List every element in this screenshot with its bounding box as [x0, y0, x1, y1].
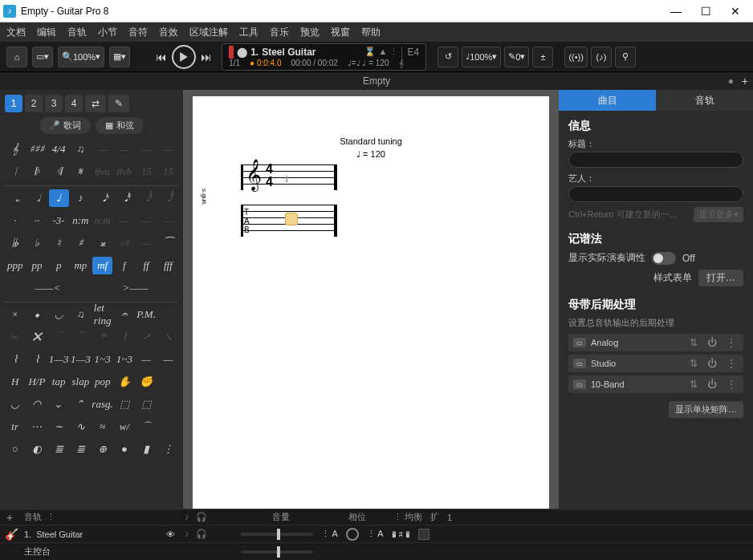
repeat-icon[interactable]: 𝄆 — [26, 163, 47, 181]
menu-bar[interactable]: 小节 — [98, 26, 117, 39]
master-row[interactable]: 主控台 — [0, 542, 753, 560]
coda-icon[interactable]: 𝄋 — [71, 163, 91, 181]
dot-icon[interactable]: · — [5, 212, 25, 229]
speed-button[interactable]: ♩ 100% ▾ — [462, 47, 501, 67]
clef-icon[interactable]: 𝄞 — [5, 140, 25, 158]
sharp-icon[interactable]: ♯ — [71, 234, 91, 252]
fx-updown-icon[interactable]: ⇅ — [687, 337, 700, 348]
fx-row-analog[interactable]: ▭ Analog ⇅ ⏻ ⋮ — [568, 334, 743, 351]
natural-icon[interactable]: ♮ — [49, 234, 69, 252]
octave-icon[interactable]: 8va — [92, 163, 112, 181]
menu-section[interactable]: 区域注解 — [189, 26, 228, 39]
volume-slider[interactable] — [241, 533, 313, 536]
menu-help[interactable]: 帮助 — [361, 26, 381, 39]
insert-slot[interactable] — [418, 529, 429, 540]
multivoice-button[interactable]: ⇄ — [85, 95, 106, 112]
add-track-button[interactable]: + — [0, 511, 19, 524]
swing-icon[interactable]: ♫ — [71, 140, 91, 158]
tie-icon[interactable]: ⁀ — [158, 234, 178, 252]
track-info[interactable]: ⬤ 1. Steel Guitar ⌛ ▲ ⋮ E4 1/1 ● 0:0:4.0… — [222, 43, 426, 71]
menu-view[interactable]: 预览 — [300, 26, 320, 39]
palm-icon[interactable]: ✋ — [114, 373, 134, 391]
mf-icon[interactable]: mf — [92, 257, 112, 274]
menu-sound[interactable]: 音乐 — [270, 26, 289, 39]
edit-cursor[interactable] — [285, 213, 298, 225]
sixteenth-note-icon[interactable]: 𝅘𝅥𝅯 — [92, 189, 112, 207]
pp-icon[interactable]: pp — [26, 257, 47, 274]
timesig-icon[interactable]: 4/4 — [49, 140, 69, 158]
ff-icon[interactable]: ff — [136, 257, 157, 274]
linein-button[interactable]: ⚲ — [615, 47, 636, 67]
double-flat-icon[interactable]: 𝄫 — [5, 234, 25, 252]
f-icon[interactable]: f — [114, 257, 134, 274]
quarter-note-icon[interactable]: ♩ — [49, 189, 69, 207]
standard-staff[interactable]: 𝄞 44 𝄽 — [241, 164, 525, 190]
mp-icon[interactable]: mp — [71, 257, 91, 274]
visibility-icon[interactable]: 👁 — [166, 530, 175, 539]
next-button[interactable]: ⏭ — [201, 51, 212, 63]
menu-file[interactable]: 文档 — [6, 26, 26, 39]
pan-knob[interactable] — [346, 528, 359, 541]
ppp-icon[interactable]: ppp — [5, 257, 25, 274]
play-button[interactable] — [172, 45, 196, 69]
auto-pan[interactable]: ⋮ A — [367, 529, 384, 539]
score-view[interactable]: Standard tuning ♩ = 120 s.guit. 𝄞 44 𝄽 T… — [183, 90, 559, 528]
tab-track[interactable]: 音轨 — [656, 90, 753, 111]
eq-button[interactable]: �ន� — [392, 530, 410, 539]
auto-vol[interactable]: ⋮ A — [321, 529, 338, 539]
design-mode-button[interactable]: ✎ — [108, 95, 129, 112]
chords-button[interactable]: ▦ 和弦 — [96, 117, 144, 134]
tuner-button[interactable]: ((•)) — [564, 47, 588, 67]
artist-input[interactable] — [568, 186, 743, 202]
menu-track[interactable]: 音轨 — [67, 26, 87, 39]
sharps-icon[interactable]: ♯♯♯ — [26, 140, 47, 158]
fx-menu-icon[interactable]: ⋮ — [724, 337, 739, 348]
lyrics-button[interactable]: 🎤 歌词 — [39, 117, 91, 134]
menu-window[interactable]: 视窗 — [331, 26, 350, 39]
crescendo-icon[interactable]: ——< — [5, 279, 91, 297]
menu-note[interactable]: 音符 — [128, 26, 148, 39]
fx-power-icon[interactable]: ⏻ — [705, 337, 719, 348]
voice-1-button[interactable]: 1 — [5, 95, 22, 112]
pop-icon[interactable]: pop — [92, 373, 112, 391]
half-note-icon[interactable]: 𝅗𝅥 — [26, 189, 47, 207]
minimize-button[interactable]: — — [670, 5, 682, 18]
open-style-button[interactable]: 打开… — [698, 270, 743, 286]
master-volume-slider[interactable] — [241, 550, 313, 554]
rasg-icon[interactable]: rasg. — [92, 396, 112, 413]
fx-row-10band[interactable]: ▭ 10-Band ⇅⏻⋮ — [568, 375, 743, 393]
metronome-button[interactable]: (♪) — [591, 47, 612, 67]
close-button[interactable]: ✕ — [731, 5, 740, 18]
barline-icon[interactable]: 𝄀 — [5, 163, 25, 181]
show-more-button[interactable]: 显示更多▾ — [694, 207, 743, 222]
track-row-1[interactable]: 🎸 1. Steel Guitar 👁 ♪🎧 ⋮ A ⋮ A �ន� — [0, 525, 753, 542]
tuplet-icon[interactable]: -3- — [49, 212, 69, 229]
new-tab-button[interactable]: + — [742, 75, 748, 87]
maximize-button[interactable]: ☐ — [701, 5, 711, 18]
repeat-end-icon[interactable]: 𝄇 — [49, 163, 69, 181]
voice-4-button[interactable]: 4 — [65, 95, 83, 112]
whole-note-icon[interactable]: 𝅝 — [5, 189, 25, 207]
grid-button[interactable]: ▦▾ — [109, 47, 130, 67]
slap-icon[interactable]: slap — [71, 373, 91, 391]
prev-button[interactable]: ⏮ — [156, 51, 167, 63]
layout-button[interactable]: ▭▾ — [32, 47, 53, 67]
tab-song[interactable]: 曲目 — [559, 90, 656, 111]
dead-note-icon[interactable]: ✕ — [26, 328, 47, 346]
headphone-icon[interactable]: 🎧 — [196, 512, 207, 522]
home-button[interactable]: ⌂ — [6, 47, 27, 67]
display-tuning-toggle[interactable] — [652, 252, 676, 265]
capo-button[interactable]: ✎ 0 ▾ — [504, 47, 529, 67]
loop-button[interactable]: ↺ — [438, 47, 458, 67]
double-sharp-icon[interactable]: 𝄪 — [92, 234, 112, 252]
zoom-button[interactable]: 🔍 100% ▾ — [58, 47, 104, 67]
transpose-button[interactable]: ± — [532, 47, 553, 67]
title-input[interactable] — [568, 152, 743, 168]
tap-icon[interactable]: tap — [49, 373, 69, 391]
tab-staff[interactable]: TAB — [241, 205, 525, 237]
menu-edit[interactable]: 编辑 — [37, 26, 56, 39]
menu-effects[interactable]: 音效 — [159, 26, 178, 39]
voice-2-button[interactable]: 2 — [25, 95, 43, 112]
p-icon[interactable]: p — [49, 257, 69, 274]
fx-row-studio[interactable]: ▭ Studio ⇅⏻⋮ — [568, 355, 743, 372]
